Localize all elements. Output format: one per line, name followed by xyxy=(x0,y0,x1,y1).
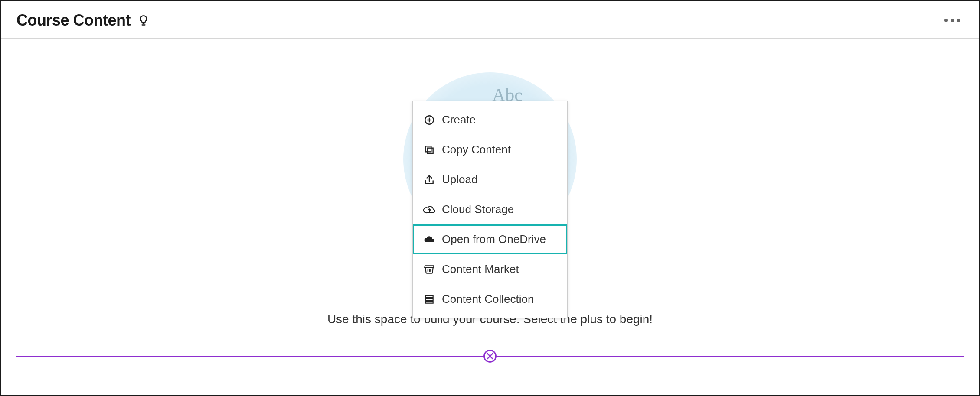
svg-rect-1 xyxy=(428,148,433,153)
svg-rect-4 xyxy=(425,298,433,300)
lightbulb-icon[interactable] xyxy=(137,14,150,26)
menu-item-label: Create xyxy=(442,113,476,127)
menu-item-open-onedrive[interactable]: Open from OneDrive xyxy=(413,224,567,254)
menu-item-label: Copy Content xyxy=(442,143,511,156)
add-content-menu: Create Copy Content Up xyxy=(412,101,568,318)
menu-item-cloud-storage[interactable]: Cloud Storage xyxy=(413,195,567,224)
panel-header: Course Content xyxy=(1,1,979,39)
menu-item-upload[interactable]: Upload xyxy=(413,165,567,195)
menu-item-content-collection[interactable]: Content Collection xyxy=(413,284,567,314)
menu-item-label: Content Market xyxy=(442,263,519,276)
course-content-panel: Course Content Abc Use this space to bui… xyxy=(0,0,980,396)
upload-icon xyxy=(423,173,436,186)
header-left: Course Content xyxy=(16,11,150,29)
market-icon xyxy=(423,263,436,276)
svg-rect-5 xyxy=(425,301,433,303)
page-title: Course Content xyxy=(16,11,131,29)
menu-item-content-market[interactable]: Content Market xyxy=(413,254,567,284)
add-content-button[interactable] xyxy=(483,350,497,363)
cloud-up-icon xyxy=(423,203,436,216)
copy-icon xyxy=(423,143,436,156)
menu-item-create[interactable]: Create xyxy=(413,105,567,135)
more-options-button[interactable] xyxy=(941,15,964,26)
onedrive-icon xyxy=(423,233,436,246)
menu-item-label: Content Collection xyxy=(442,292,534,306)
content-area: Abc Use this space to build your course.… xyxy=(1,39,979,383)
menu-item-label: Open from OneDrive xyxy=(442,233,546,246)
menu-item-label: Upload xyxy=(442,173,477,186)
svg-rect-2 xyxy=(425,146,431,152)
menu-item-label: Cloud Storage xyxy=(442,203,514,216)
plus-circle-icon xyxy=(423,114,436,127)
svg-rect-3 xyxy=(425,295,433,297)
collection-icon xyxy=(423,293,436,306)
menu-item-copy-content[interactable]: Copy Content xyxy=(413,135,567,165)
